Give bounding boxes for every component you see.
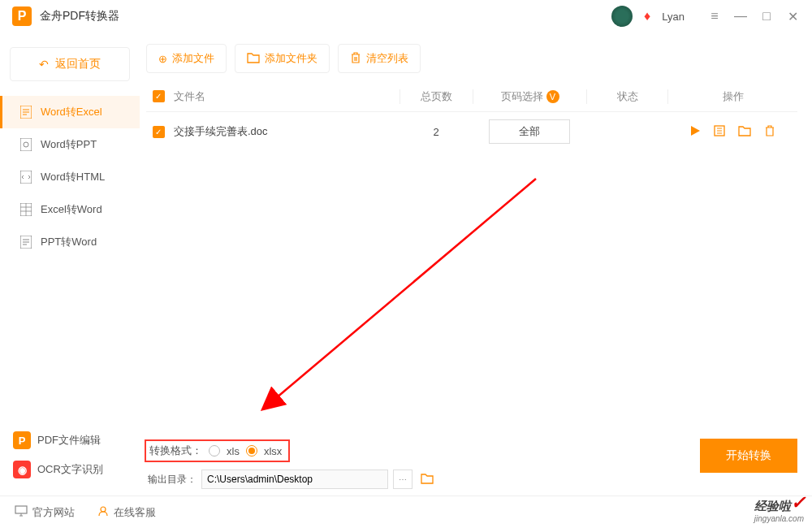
online-support-link[interactable]: 在线客服 [97,505,156,520]
excel-icon [19,203,32,216]
pdf-edit-button[interactable]: P PDF文件编辑 [10,426,130,455]
svg-rect-1 [20,138,32,151]
minimize-icon[interactable]: — [733,9,748,24]
sidebar-item-excel-word[interactable]: Excel转Word [0,193,140,226]
header-status: 状态 [586,89,667,104]
output-path-input[interactable] [201,470,388,489]
file-pages: 2 [400,126,473,138]
header-select: 页码选择 V [473,89,586,104]
select-all-checkbox[interactable]: ✓ [153,90,165,102]
toolbar: ⊕ 添加文件 添加文件夹 清空列表 [146,44,797,73]
header-ops: 操作 [667,89,797,104]
browse-button[interactable]: ⋯ [393,470,412,489]
svg-point-8 [101,507,106,512]
open-output-folder-icon[interactable] [421,473,434,487]
titlebar: P 金舟PDF转换器 ♦ Lyan ≡ — □ ✕ [0,0,812,32]
sidebar-item-label: Word转HTML [41,170,105,184]
sidebar: ↶ 返回首页 Word转Excel Word转PPT Word转HTML Exc… [0,32,140,486]
folder-icon [247,52,260,66]
trash-icon [350,52,361,66]
page-select-button[interactable]: 全部 [489,119,570,144]
main-panel: ⊕ 添加文件 添加文件夹 清空列表 ✓ 文件名 总页数 页码选择 V 状态 操作 [140,32,812,486]
format-label: 转换格式： [149,444,202,458]
word-icon [19,236,32,249]
menu-icon[interactable]: ≡ [707,9,722,24]
app-title: 金舟PDF转换器 [40,9,119,24]
word-icon [19,106,32,119]
output-label: 输出目录： [148,473,197,487]
maximize-icon[interactable]: □ [759,9,774,24]
sidebar-item-word-ppt[interactable]: Word转PPT [0,128,140,161]
sidebar-item-ppt-word[interactable]: PPT转Word [0,226,140,258]
back-icon: ↶ [39,58,49,71]
row-checkbox[interactable]: ✓ [153,126,165,138]
delete-icon[interactable] [764,125,775,139]
bottom-left-tools: P PDF文件编辑 ◉ OCR文字识别 [10,426,130,484]
bottom-panel: 转换格式： xls xlsx 输出目录： ⋯ 开始转换 [140,435,797,492]
watermark: 经验啦✓ jingyanla.com [754,499,804,523]
svg-point-2 [24,142,28,147]
html-icon [19,171,32,184]
ppt-icon [19,138,32,151]
avatar[interactable] [611,6,633,27]
add-file-button[interactable]: ⊕ 添加文件 [146,44,227,73]
sidebar-item-label: Excel转Word [41,202,102,217]
convert-button[interactable]: 开始转换 [700,439,797,473]
radio-xls[interactable] [209,445,220,457]
add-folder-label: 添加文件夹 [265,51,317,66]
close-icon[interactable]: ✕ [785,9,800,24]
header-filename: 文件名 [171,89,400,104]
option-xlsx: xlsx [264,445,282,457]
add-folder-button[interactable]: 添加文件夹 [235,44,330,73]
svg-rect-7 [15,506,27,513]
official-website-link[interactable]: 官方网站 [15,505,75,520]
sidebar-item-label: PPT转Word [41,235,97,249]
open-folder-icon[interactable] [738,125,751,139]
support-icon [97,505,109,519]
output-row: 输出目录： ⋯ [140,466,797,492]
pdf-edit-icon: P [13,431,31,449]
monitor-icon [15,505,28,519]
username: Lyan [662,11,685,23]
add-file-label: 添加文件 [172,51,214,66]
app-logo-icon: P [12,6,32,26]
footer: 官方网站 在线客服 [0,496,812,528]
preview-icon[interactable] [714,125,725,139]
table-row: ✓ 交接手续完善表.doc 2 全部 [146,112,797,151]
vip-required-icon: V [546,90,559,103]
ocr-button[interactable]: ◉ OCR文字识别 [10,455,130,484]
sidebar-item-word-excel[interactable]: Word转Excel [0,96,140,128]
sidebar-item-label: Word转PPT [41,137,97,152]
back-home-button[interactable]: ↶ 返回首页 [10,47,130,81]
header-pages: 总页数 [400,89,473,104]
radio-xlsx[interactable] [246,445,257,457]
ocr-icon: ◉ [13,461,31,478]
play-icon[interactable] [689,125,701,139]
sidebar-item-label: Word转Excel [41,105,102,119]
format-row: 转换格式： xls xlsx [140,435,797,466]
table-header: ✓ 文件名 总页数 页码选择 V 状态 操作 [146,81,797,112]
sidebar-item-word-html[interactable]: Word转HTML [0,161,140,193]
option-xls: xls [227,445,240,457]
vip-icon: ♦ [644,9,650,24]
back-home-label: 返回首页 [55,57,101,71]
clear-button[interactable]: 清空列表 [338,44,421,73]
plus-icon: ⊕ [158,53,167,65]
format-highlight: 转换格式： xls xlsx [145,439,290,462]
file-name: 交接手续完善表.doc [171,124,400,139]
clear-label: 清空列表 [366,51,408,66]
